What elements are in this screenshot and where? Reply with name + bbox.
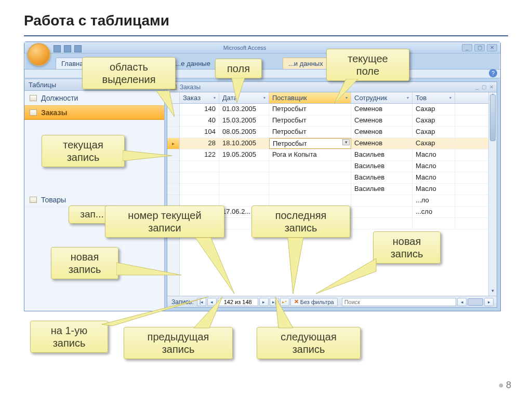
cell-data[interactable]: 15.03.2005	[219, 115, 269, 126]
cell-data[interactable]: 18.10.2005	[219, 138, 269, 149]
cell-zakaz[interactable]: 122	[180, 149, 219, 160]
cell-tov[interactable]: Сахар	[413, 127, 455, 138]
cell-post[interactable]	[269, 195, 351, 206]
callout-current-field: текущееполе	[326, 49, 409, 81]
col-header-sotr[interactable]: Сотрудник▾	[351, 92, 413, 103]
table-row[interactable]: ...ло	[180, 195, 497, 207]
redo-icon[interactable]	[74, 45, 82, 52]
cell-zakaz[interactable]: 140	[180, 104, 219, 115]
cell-tov[interactable]: Масло	[413, 161, 455, 172]
cell-data[interactable]: 19.05.2005	[219, 149, 269, 160]
sub-close[interactable]: ✕	[489, 84, 494, 90]
cell-tov[interactable]: Масло	[413, 172, 455, 183]
callout-new-record-left: новаязапись	[51, 247, 118, 279]
cell-post[interactable]: Петросбыт	[269, 127, 351, 138]
maximize-button[interactable]: ▢	[474, 44, 485, 51]
cell-tov[interactable]: Сахар	[413, 138, 455, 149]
cell-data[interactable]: 01.03.2005	[219, 104, 269, 115]
svg-marker-7	[116, 263, 181, 275]
save-icon[interactable]	[54, 45, 61, 52]
cell-zakaz[interactable]: 28	[180, 138, 219, 149]
horizontal-scrollbar[interactable]: ◂▸	[457, 298, 495, 306]
nav-item-0[interactable]: Должности	[24, 91, 164, 105]
nav-item-1[interactable]: Заказы	[24, 105, 164, 120]
table-row[interactable]: 14001.03.2005ПетросбытСеменовСахар	[180, 104, 497, 115]
tail-current-field	[333, 79, 359, 105]
office-button[interactable]	[28, 43, 50, 66]
cell-post[interactable]: Рога и Копыта	[269, 149, 351, 160]
cell-sotr[interactable]: Васильев	[351, 161, 413, 172]
table-row[interactable]: 12219.05.2005Рога и КопытаВасильевМасло	[180, 149, 497, 161]
col-header-tov[interactable]: Тов▾	[413, 92, 455, 103]
cell-tov[interactable]: Масло	[413, 184, 455, 195]
table-row[interactable]: ВасильевМасло	[180, 184, 497, 195]
tail-prev-record	[191, 296, 228, 330]
cell-post[interactable]: Петросбыт	[269, 138, 351, 149]
cell-post[interactable]: Петросбыт	[269, 115, 351, 126]
cell-sotr[interactable]	[351, 207, 413, 217]
cell-sotr[interactable]	[351, 195, 413, 206]
window-controls: _ ▢ ✕	[462, 44, 497, 51]
tab-external-data[interactable]: ...е данные	[169, 58, 216, 70]
sub-maximize[interactable]: ▢	[482, 84, 486, 90]
table-row[interactable]: ВасильевМасло	[180, 172, 497, 184]
tail-next-record	[272, 296, 298, 330]
minimize-button[interactable]: _	[462, 44, 472, 51]
callout-new-record-right: новаязапись	[373, 231, 441, 264]
page-number: 8	[498, 380, 511, 391]
svg-marker-2	[334, 79, 358, 104]
vertical-scrollbar[interactable]: ▲▼	[488, 92, 497, 296]
cell-data[interactable]	[219, 195, 269, 206]
table-title: Заказы	[180, 84, 201, 91]
row-selector[interactable]	[167, 127, 179, 138]
cell-zakaz[interactable]: 104	[180, 127, 219, 138]
cell-tov[interactable]: Сахар	[413, 115, 455, 126]
table-row[interactable]: ВасильевМасло	[180, 161, 497, 172]
cell-post[interactable]	[269, 172, 351, 183]
cell-data[interactable]	[219, 172, 269, 183]
cell-sotr[interactable]: Семенов	[351, 115, 413, 126]
cell-sotr[interactable]: Васильев	[351, 172, 413, 183]
cell-zakaz[interactable]	[180, 184, 219, 195]
help-icon[interactable]: ?	[489, 69, 497, 77]
svg-marker-3	[123, 150, 172, 161]
cell-tov[interactable]: ...ло	[413, 195, 455, 206]
col-header-zakaz[interactable]: Заказ▾	[180, 92, 219, 103]
cell-zakaz[interactable]: 40	[180, 115, 219, 126]
undo-icon[interactable]	[64, 45, 71, 52]
cell-sotr[interactable]: Семенов	[351, 138, 413, 149]
cell-zakaz[interactable]	[180, 161, 219, 172]
cell-post[interactable]	[269, 161, 351, 172]
table-icon	[30, 109, 37, 116]
cell-sotr[interactable]: Семенов	[351, 104, 413, 115]
next-record-button[interactable]: ▸	[259, 298, 269, 306]
cell-tov[interactable]: Масло	[413, 149, 455, 160]
cell-sotr[interactable]: Семенов	[351, 127, 413, 138]
table-icon	[30, 197, 37, 203]
cell-tov[interactable]: Сахар	[413, 104, 455, 115]
cell-post[interactable]	[269, 184, 351, 195]
cell-data[interactable]	[219, 161, 269, 172]
record-search-input[interactable]	[342, 298, 456, 306]
cell-zakaz[interactable]	[180, 195, 219, 206]
cell-sotr[interactable]: Васильев	[351, 184, 413, 195]
cell-data[interactable]	[219, 184, 269, 195]
app-title: Microsoft Access	[223, 45, 267, 51]
table-row[interactable]: 2818.10.2005ПетросбытСеменовСахар	[180, 138, 497, 149]
cell-tov[interactable]: ...сло	[413, 207, 455, 217]
row-selector[interactable]	[167, 195, 179, 207]
cell-data[interactable]: 08.05.2005	[219, 127, 269, 138]
sub-minimize[interactable]: _	[475, 84, 478, 90]
table-row[interactable]: 4015.03.2005ПетросбытСеменовСахар	[180, 115, 497, 127]
row-selector[interactable]	[167, 172, 179, 184]
nav-item-2[interactable]: Товары	[24, 193, 164, 207]
close-button[interactable]: ✕	[487, 44, 497, 51]
tab-data-tools[interactable]: ...и данных	[283, 58, 329, 70]
cell-sotr[interactable]: Васильев	[351, 149, 413, 160]
row-selector[interactable]	[167, 184, 179, 195]
callout-first-record: на 1-уюзапись	[30, 321, 108, 353]
cell-zakaz[interactable]	[180, 172, 219, 183]
table-row[interactable]: 10408.05.2005ПетросбытСеменовСахар	[180, 127, 497, 138]
cell-post[interactable]: Петросбыт	[269, 104, 351, 115]
tail-selection-area	[146, 91, 182, 119]
